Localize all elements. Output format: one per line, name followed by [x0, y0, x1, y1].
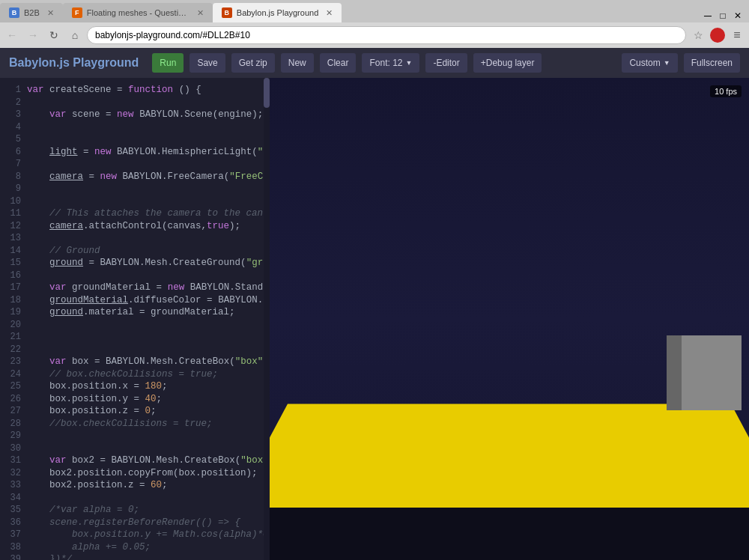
fullscreen-button[interactable]: Fullscreen	[684, 53, 740, 73]
code-line-19: ground.material = groundMaterial;	[27, 306, 270, 319]
code-line-17: var groundMaterial = new BABYLON.Standar…	[27, 281, 270, 294]
fps-counter: 10 fps	[710, 85, 742, 97]
code-line-34	[27, 492, 270, 505]
tab-b2b-favicon: B	[9, 7, 19, 18]
code-line-6: light = new BABYLON.HemisphericLight("li…	[27, 146, 270, 159]
code-line-26: box.position.y = 40;	[27, 393, 270, 406]
tab-b2b[interactable]: B B2B ✕	[0, 3, 63, 22]
scene-3d	[270, 78, 749, 560]
editor-scrollbar[interactable]	[264, 78, 270, 560]
refresh-button[interactable]: ↻	[45, 26, 63, 44]
code-line-5	[27, 133, 270, 146]
window-close[interactable]: ✕	[731, 9, 745, 22]
ground-plane	[270, 404, 749, 508]
code-line-18: groundMaterial.diffuseColor = BABYLON.Co…	[27, 294, 270, 307]
code-line-4	[27, 121, 270, 134]
code-line-2	[27, 97, 270, 109]
tab-b2b-label: B2B	[24, 8, 40, 17]
code-line-8: camera = new BABYLON.FreeCamera("FreeCam…	[27, 171, 270, 183]
back-button[interactable]: ←	[3, 26, 21, 44]
run-button[interactable]: Run	[152, 53, 184, 73]
code-line-30	[27, 442, 270, 455]
address-bar-row: ← → ↻ ⌂ ☆ ≡	[0, 22, 749, 48]
code-line-33: box2.position.z = 60;	[27, 479, 270, 492]
code-editor[interactable]: 12345 678910 1112131415 1617181920 21222…	[0, 78, 270, 560]
code-text[interactable]: var createScene = function () { var scen…	[27, 78, 270, 560]
clear-button[interactable]: Clear	[320, 53, 357, 73]
code-line-22	[27, 344, 270, 356]
code-line-23: var box = BABYLON.Mesh.CreateBox("box", …	[27, 356, 270, 368]
tab-babylon-close[interactable]: ✕	[326, 8, 333, 18]
code-line-14: // Ground	[27, 245, 270, 258]
menu-button[interactable]: ≡	[728, 26, 746, 44]
code-content: 12345 678910 1112131415 1617181920 21222…	[0, 78, 270, 560]
code-line-7	[27, 158, 270, 171]
window-controls: ─ □ ✕	[697, 9, 749, 22]
code-line-31: var box2 = BABYLON.Mesh.CreateBox("box2"…	[27, 454, 270, 467]
tab-b2b-close[interactable]: ✕	[47, 8, 54, 18]
extension-icon[interactable]	[710, 28, 725, 43]
code-line-1: var createScene = function () {	[27, 84, 270, 97]
code-line-12: camera.attachControl(canvas, true);	[27, 220, 270, 233]
code-line-27: box.position.z = 0;	[27, 405, 270, 418]
browser-chrome: B B2B ✕ F Floating meshes - Questions...…	[0, 0, 749, 48]
custom-button[interactable]: Custom	[622, 53, 677, 73]
address-input[interactable]	[87, 26, 686, 44]
debug-button[interactable]: +Debug layer	[473, 53, 542, 73]
code-line-10	[27, 195, 270, 208]
code-line-38: alpha += 0.05;	[27, 541, 270, 554]
tab-bar: B B2B ✕ F Floating meshes - Questions...…	[0, 0, 749, 22]
main-content: 12345 678910 1112131415 1617181920 21222…	[0, 78, 749, 560]
code-line-15: ground = BABYLON.Mesh.CreateGround("grou…	[27, 257, 270, 270]
app-toolbar: Babylon.js Playground Run Save Get zip N…	[0, 48, 749, 78]
tab-floating-favicon: F	[72, 7, 82, 18]
dark-strip	[270, 508, 749, 560]
code-line-16	[27, 270, 270, 282]
code-line-28: //box.checkCollisions = true;	[27, 418, 270, 430]
tab-babylon-label: Babylon.js Playground	[237, 8, 318, 17]
tab-babylon[interactable]: B Babylon.js Playground ✕	[213, 3, 342, 22]
tab-floating[interactable]: F Floating meshes - Questions... ✕	[63, 3, 213, 22]
window-minimize[interactable]: ─	[701, 9, 715, 22]
forward-button[interactable]: →	[24, 26, 42, 44]
tab-floating-label: Floating meshes - Questions...	[87, 8, 189, 17]
code-line-37: box.position.y += Math.cos(alpha)*0.5;	[27, 529, 270, 541]
line-numbers: 12345 678910 1112131415 1617181920 21222…	[0, 78, 27, 560]
code-line-13	[27, 232, 270, 245]
code-line-3: var scene = new BABYLON.Scene(engine);	[27, 109, 270, 121]
bookmark-button[interactable]: ☆	[689, 26, 707, 44]
window-maximize[interactable]: □	[716, 9, 730, 22]
code-line-32: box2.position.copyFrom(box.position);	[27, 467, 270, 480]
font-button[interactable]: Font: 12	[362, 53, 419, 73]
editor-button[interactable]: -Editor	[425, 53, 467, 73]
getzip-button[interactable]: Get zip	[231, 53, 275, 73]
viewport: 10 fps	[270, 78, 749, 560]
code-line-39: })*/	[27, 553, 270, 560]
code-line-29	[27, 430, 270, 442]
code-line-11: // This attaches the camera to the canva	[27, 207, 270, 220]
code-line-24: // box.checkCollisions = true;	[27, 368, 270, 381]
code-line-21	[27, 331, 270, 344]
code-line-20	[27, 319, 270, 332]
tab-babylon-favicon: B	[222, 7, 232, 18]
gray-box-side	[667, 335, 682, 410]
scrollbar-thumb[interactable]	[264, 78, 270, 108]
gray-box	[682, 335, 742, 410]
code-line-36: scene.registerBeforeRender(() => {	[27, 517, 270, 529]
code-line-9	[27, 183, 270, 195]
code-line-35: /*var alpha = 0;	[27, 504, 270, 517]
app-title: Babylon.js Playground	[9, 56, 139, 70]
tab-floating-close[interactable]: ✕	[197, 8, 204, 18]
home-button[interactable]: ⌂	[66, 26, 84, 44]
new-button[interactable]: New	[281, 53, 314, 73]
code-line-25: box.position.x = 180;	[27, 380, 270, 393]
save-button[interactable]: Save	[189, 53, 225, 73]
